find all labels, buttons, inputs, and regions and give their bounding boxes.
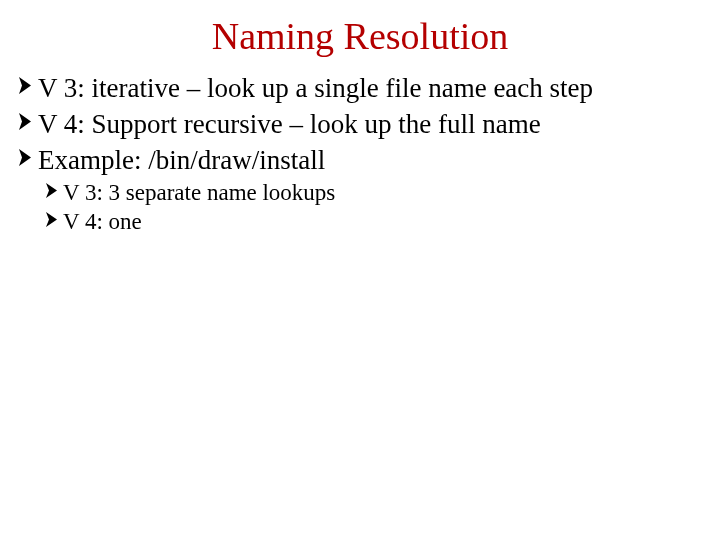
chevron-right-icon: [44, 179, 61, 208]
slide-title: Naming Resolution: [10, 14, 710, 58]
list-item-text: V 3: iterative – look up a single file n…: [38, 72, 706, 106]
list-item: V 4: Support recursive – look up the ful…: [16, 108, 706, 142]
list-item-text: Example: /bin/draw/install: [38, 144, 706, 178]
chevron-right-icon: [16, 72, 36, 106]
chevron-right-icon: [16, 144, 36, 178]
bullet-list-level2: V 3: 3 separate name lookups V 4: one: [10, 179, 710, 237]
list-item: V 4: one: [44, 208, 706, 237]
list-item: V 3: 3 separate name lookups: [44, 179, 706, 208]
bullet-list-level1: V 3: iterative – look up a single file n…: [10, 72, 710, 177]
list-item-text: V 4: Support recursive – look up the ful…: [38, 108, 706, 142]
list-item: V 3: iterative – look up a single file n…: [16, 72, 706, 106]
chevron-right-icon: [16, 108, 36, 142]
chevron-right-icon: [44, 208, 61, 237]
slide: Naming Resolution V 3: iterative – look …: [0, 0, 720, 540]
list-item: Example: /bin/draw/install: [16, 144, 706, 178]
list-item-text: V 3: 3 separate name lookups: [63, 179, 706, 208]
list-item-text: V 4: one: [63, 208, 706, 237]
